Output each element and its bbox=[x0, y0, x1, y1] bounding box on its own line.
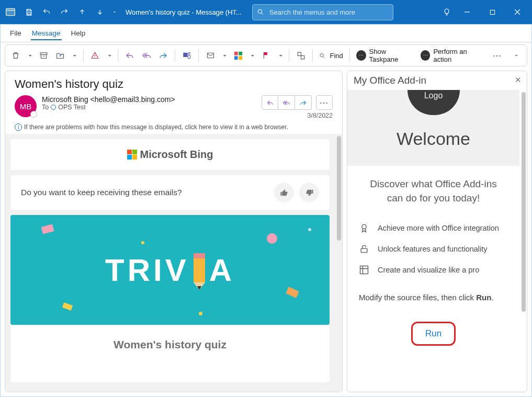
reply-all-button[interactable] bbox=[139, 47, 154, 64]
window-title: Women's history quiz - Message (HT... bbox=[126, 8, 242, 16]
report-dropdown[interactable] bbox=[105, 47, 114, 64]
reply-pill[interactable] bbox=[262, 95, 278, 110]
show-taskpane-button[interactable]: ⋯ Show Taskpane bbox=[354, 47, 416, 64]
svg-rect-10 bbox=[239, 51, 242, 55]
svg-rect-17 bbox=[361, 248, 367, 253]
feature-item: Create and visualize like a pro bbox=[359, 265, 508, 275]
svg-rect-9 bbox=[234, 51, 238, 55]
nav-down-button[interactable] bbox=[92, 4, 108, 20]
search-bar[interactable] bbox=[252, 4, 393, 20]
run-button[interactable]: Run bbox=[411, 322, 456, 346]
addin-scrollbar[interactable] bbox=[522, 92, 526, 312]
svg-rect-12 bbox=[239, 56, 242, 60]
addin-icon: ⋯ bbox=[421, 50, 431, 61]
ribbon-badge-icon bbox=[359, 223, 370, 233]
nav-up-button[interactable] bbox=[74, 4, 90, 20]
feature-item: Unlock features and functionality bbox=[359, 244, 508, 254]
svg-point-7 bbox=[188, 52, 190, 54]
save-button[interactable] bbox=[21, 4, 37, 20]
to-value: OPS Test bbox=[58, 104, 86, 111]
addin-instruction: Modify the source files, then click Run. bbox=[359, 293, 508, 302]
feature-item: Achieve more with Office integration bbox=[359, 223, 508, 233]
reading-pane: Women's history quiz MB Microsoft Bing <… bbox=[5, 71, 343, 392]
addin-icon: ⋯ bbox=[356, 50, 366, 61]
thumbs-up-button[interactable] bbox=[274, 183, 294, 202]
design-icon bbox=[359, 265, 370, 275]
presence-dot-icon bbox=[51, 105, 56, 110]
translate-button[interactable] bbox=[293, 47, 308, 64]
unlock-icon bbox=[359, 244, 370, 254]
svg-rect-18 bbox=[360, 266, 368, 274]
ribbon-collapse-button[interactable] bbox=[509, 47, 524, 64]
move-dropdown[interactable] bbox=[70, 47, 78, 64]
addin-pane: My Office Add-in ✕ Logo Welcome Discover… bbox=[347, 71, 527, 392]
archive-button[interactable] bbox=[36, 47, 51, 64]
message-subject: Women's history quiz bbox=[15, 77, 333, 91]
menu-tabs: File Message Help bbox=[1, 25, 531, 42]
categorize-button[interactable] bbox=[231, 47, 246, 64]
svg-rect-0 bbox=[6, 8, 15, 15]
show-taskpane-label: Show Taskpane bbox=[369, 48, 414, 63]
delete-dropdown[interactable] bbox=[25, 47, 34, 64]
window-minimize-button[interactable] bbox=[455, 0, 480, 24]
svg-rect-14 bbox=[301, 55, 304, 59]
thumbs-down-button[interactable] bbox=[299, 183, 319, 202]
sender-avatar[interactable]: MB bbox=[15, 95, 37, 117]
svg-point-15 bbox=[320, 53, 323, 56]
search-input[interactable] bbox=[268, 8, 389, 17]
mark-unread-button[interactable] bbox=[203, 47, 218, 64]
to-label: To bbox=[42, 104, 49, 111]
delete-button[interactable] bbox=[8, 47, 23, 64]
bing-logo: Microsoft Bing bbox=[10, 139, 330, 170]
svg-rect-5 bbox=[40, 52, 47, 54]
svg-point-3 bbox=[258, 9, 262, 13]
tab-message[interactable]: Message bbox=[31, 26, 62, 40]
undo-button[interactable] bbox=[39, 4, 54, 20]
trivia-banner: TRIV A bbox=[10, 215, 330, 325]
svg-rect-8 bbox=[207, 53, 213, 58]
microsoft-icon bbox=[127, 150, 137, 160]
forward-pill[interactable] bbox=[295, 95, 312, 110]
addin-tagline: Discover what Office Add-ins can do for … bbox=[359, 177, 508, 205]
categorize-dropdown[interactable] bbox=[248, 47, 257, 64]
addin-logo: Logo bbox=[408, 90, 460, 115]
more-actions-button[interactable]: ··· bbox=[316, 95, 333, 110]
flag-button[interactable] bbox=[259, 47, 274, 64]
mark-dropdown[interactable] bbox=[220, 47, 229, 64]
tab-help[interactable]: Help bbox=[70, 26, 87, 40]
find-button[interactable]: Find bbox=[317, 47, 345, 64]
find-label: Find bbox=[330, 52, 343, 60]
share-teams-button[interactable] bbox=[179, 47, 194, 64]
reply-all-pill[interactable] bbox=[278, 95, 295, 110]
svg-rect-2 bbox=[28, 13, 30, 15]
title-bar: Women's history quiz - Message (HT... bbox=[0, 0, 532, 24]
message-scrollbar[interactable] bbox=[337, 136, 341, 241]
addin-title: My Office Add-in bbox=[347, 71, 527, 90]
svg-rect-4 bbox=[490, 10, 494, 14]
from-line: Microsoft Bing <hello@email3.bing.com> bbox=[42, 95, 256, 104]
svg-rect-6 bbox=[183, 53, 187, 57]
ribbon: Find ⋯ Show Taskpane ⋯ Perform an action… bbox=[5, 44, 527, 66]
svg-rect-13 bbox=[298, 52, 301, 55]
perform-action-button[interactable]: ⋯ Perform an action bbox=[418, 47, 486, 64]
ribbon-overflow-button[interactable]: ··· bbox=[490, 47, 505, 64]
redo-button[interactable] bbox=[56, 4, 72, 20]
report-button[interactable] bbox=[88, 47, 103, 64]
svg-rect-11 bbox=[234, 56, 238, 60]
pencil-icon bbox=[190, 251, 208, 289]
qat-overflow-button[interactable] bbox=[110, 4, 119, 20]
window-close-button[interactable] bbox=[505, 0, 530, 24]
tab-file[interactable]: File bbox=[9, 26, 22, 40]
reply-button[interactable] bbox=[122, 47, 137, 64]
info-banner[interactable]: i If there are problems with how this me… bbox=[5, 121, 342, 134]
quiz-title: Women's history quiz bbox=[10, 325, 330, 351]
search-icon bbox=[257, 8, 264, 16]
window-maximize-button[interactable] bbox=[480, 0, 505, 24]
info-icon: i bbox=[15, 123, 22, 131]
feedback-question: Do you want to keep receiving these emai… bbox=[21, 188, 269, 197]
move-button[interactable] bbox=[53, 47, 67, 64]
addin-close-button[interactable]: ✕ bbox=[515, 75, 522, 85]
lightbulb-button[interactable] bbox=[439, 4, 455, 20]
flag-dropdown[interactable] bbox=[276, 47, 285, 64]
forward-button[interactable] bbox=[156, 47, 171, 64]
